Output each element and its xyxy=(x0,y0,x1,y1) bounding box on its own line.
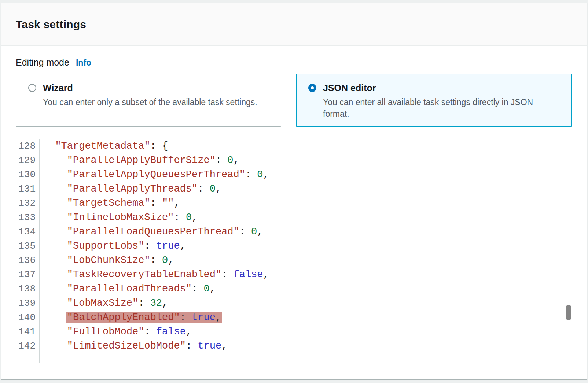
code-line: 137 "TaskRecoveryTableEnabled": false, xyxy=(16,268,572,282)
code-line-text: "LobChunkSize": 0, xyxy=(40,253,174,268)
task-settings-panel: Task settings Editing mode Info Wizard Y… xyxy=(1,3,587,380)
code-line-text: "ParallelLoadQueuesPerThread": 0, xyxy=(40,225,263,239)
json-editor-option-title: JSON editor xyxy=(323,82,561,94)
code-line-text: "FullLobMode": false, xyxy=(40,325,192,339)
code-line: 140 "BatchApplyEnabled": true, xyxy=(16,311,572,325)
json-editor-option-description: You can enter all available task setting… xyxy=(323,96,561,120)
line-number: 140 xyxy=(16,311,40,325)
code-line: 134 "ParallelLoadQueuesPerThread": 0, xyxy=(16,225,572,239)
code-line: 133 "InlineLobMaxSize": 0, xyxy=(16,211,572,225)
json-editor-radio-icon[interactable] xyxy=(308,84,316,92)
panel-content: Editing mode Info Wizard You can enter o… xyxy=(1,46,587,363)
code-line-text: "ParallelApplyBufferSize": 0, xyxy=(40,153,239,168)
code-line-text: "InlineLobMaxSize": 0, xyxy=(40,211,198,225)
editing-mode-label: Editing mode xyxy=(16,57,69,68)
code-line-text: "TaskRecoveryTableEnabled": false, xyxy=(40,268,269,282)
line-number: 132 xyxy=(16,196,40,211)
line-number: 133 xyxy=(16,211,40,225)
code-line: 131 "ParallelApplyThreads": 0, xyxy=(16,182,572,196)
code-line: 136 "LobChunkSize": 0, xyxy=(16,253,572,268)
line-number: 128 xyxy=(16,139,40,153)
line-number: 131 xyxy=(16,182,40,196)
code-line: 135 "SupportLobs": true, xyxy=(16,239,572,253)
line-number: 139 xyxy=(16,296,40,311)
line-number: 141 xyxy=(16,325,40,339)
code-line: 130 "ParallelApplyQueuesPerThread": 0, xyxy=(16,168,572,182)
editing-mode-options: Wizard You can enter only a subset of th… xyxy=(16,74,572,127)
line-number: 130 xyxy=(16,168,40,182)
panel-header: Task settings xyxy=(1,3,587,46)
wizard-option-title: Wizard xyxy=(43,82,257,94)
code-line: 141 "FullLobMode": false, xyxy=(16,325,572,339)
json-editor-option-card[interactable]: JSON editor You can enter all available … xyxy=(296,74,572,127)
wizard-radio-icon[interactable] xyxy=(28,84,36,92)
code-line-text: "SupportLobs": true, xyxy=(40,239,186,253)
wizard-option-card[interactable]: Wizard You can enter only a subset of th… xyxy=(16,74,281,127)
wizard-option-text: Wizard You can enter only a subset of th… xyxy=(43,82,257,108)
code-line: 129 "ParallelApplyBufferSize": 0, xyxy=(16,153,572,168)
gutter-tail xyxy=(16,353,40,363)
code-line-text: "BatchApplyEnabled": true, xyxy=(40,311,221,325)
code-line-text: "ParallelLoadThreads": 0, xyxy=(40,282,216,296)
code-line-text: "LobMaxSize": 32, xyxy=(40,296,168,311)
json-editor-option-text: JSON editor You can enter all available … xyxy=(323,82,561,120)
editing-mode-row: Editing mode Info xyxy=(16,57,572,68)
line-number: 136 xyxy=(16,253,40,268)
code-line-text: "ParallelApplyQueuesPerThread": 0, xyxy=(40,168,269,182)
code-line-text: "TargetMetadata": { xyxy=(40,139,168,153)
code-line: 132 "TargetSchema": "", xyxy=(16,196,572,211)
highlighted-code: "BatchApplyEnabled": true, xyxy=(67,312,221,323)
line-number: 138 xyxy=(16,282,40,296)
editor-scrollbar-thumb[interactable] xyxy=(566,305,571,320)
code-line-text: "ParallelApplyThreads": 0, xyxy=(40,182,221,196)
info-link[interactable]: Info xyxy=(76,58,91,68)
line-number: 134 xyxy=(16,225,40,239)
task-settings-code-editor[interactable]: 128 "TargetMetadata": {129 "ParallelAppl… xyxy=(16,139,572,363)
code-line: 142 "LimitedSizeLobMode": true, xyxy=(16,339,572,353)
code-lines: 128 "TargetMetadata": {129 "ParallelAppl… xyxy=(16,139,572,353)
code-line: 138 "ParallelLoadThreads": 0, xyxy=(16,282,572,296)
line-number: 137 xyxy=(16,268,40,282)
wizard-option-description: You can enter only a subset of the avail… xyxy=(43,96,257,108)
code-line-text: "TargetSchema": "", xyxy=(40,196,180,211)
code-line: 139 "LobMaxSize": 32, xyxy=(16,296,572,311)
line-number: 135 xyxy=(16,239,40,253)
code-line-text: "LimitedSizeLobMode": true, xyxy=(40,339,227,353)
code-line: 128 "TargetMetadata": { xyxy=(16,139,572,153)
panel-title: Task settings xyxy=(16,18,86,31)
line-number: 142 xyxy=(16,339,40,353)
line-number: 129 xyxy=(16,153,40,168)
